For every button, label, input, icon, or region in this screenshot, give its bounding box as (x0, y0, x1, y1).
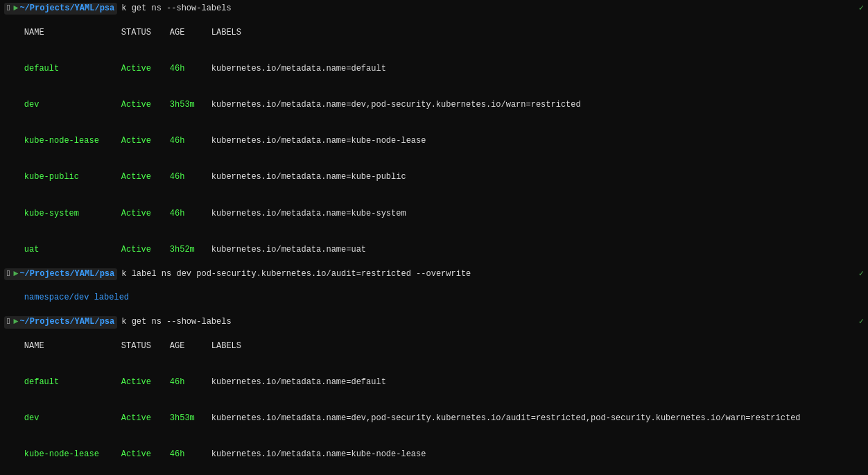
prompt-badge-label:  ► ~/Projects/YAML/psa (4, 268, 117, 280)
terminal:  ► ~/Projects/YAML/psa k get ns --show-… (0, 0, 868, 475)
table2-header: NAMESTATUSAGELABELS (4, 329, 864, 365)
table1-row-3: kube-publicActive46hkubernetes.io/metada… (4, 159, 864, 196)
namespace-labeled: namespace/dev labeled (4, 280, 864, 316)
table1-header: NAMESTATUSAGELABELS (4, 15, 864, 51)
table2-row-2: kube-node-leaseActive46hkubernetes.io/me… (4, 437, 864, 473)
prompt-path-label: ~/Projects/YAML/psa (19, 268, 114, 280)
cmd-2: k get ns --show-labels (121, 316, 231, 328)
apple-icon-2:  (7, 316, 12, 328)
prompt-line-label:  ► ~/Projects/YAML/psa k label ns dev p… (4, 268, 864, 280)
col-status-header: STATUS (121, 27, 170, 39)
col2-labels-header: LABELS (211, 341, 241, 351)
table1-row-1: devActive3h53mkubernetes.io/metadata.nam… (4, 87, 864, 123)
table1-row-5: uatActive3h52mkubernetes.io/metadata.nam… (4, 232, 864, 268)
tick-2: ✓ (859, 316, 864, 328)
arrow-icon-1: ► (13, 3, 18, 15)
cmd-label: k label ns dev pod-security.kubernetes.i… (121, 268, 471, 280)
col2-age-header: AGE (170, 340, 211, 352)
cmd-1: k get ns --show-labels (121, 3, 231, 15)
tick-1: ✓ (859, 3, 864, 15)
col2-status-header: STATUS (121, 340, 170, 352)
prompt-badge-2:  ► ~/Projects/YAML/psa (4, 316, 117, 328)
table1-row-4: kube-systemActive46hkubernetes.io/metada… (4, 196, 864, 232)
table1-row-2: kube-node-leaseActive46hkubernetes.io/me… (4, 123, 864, 159)
col2-name-header: NAME (24, 340, 121, 352)
arrow-icon-label: ► (13, 268, 18, 280)
col-labels-header: LABELS (211, 28, 241, 37)
col-name-header: NAME (24, 27, 121, 39)
arrow-icon-2: ► (13, 316, 18, 328)
prompt-line-1:  ► ~/Projects/YAML/psa k get ns --show-… (4, 3, 864, 15)
table1-row-0: defaultActive46hkubernetes.io/metadata.n… (4, 51, 864, 87)
table2-row-1: devActive3h53mkubernetes.io/metadata.nam… (4, 401, 864, 437)
apple-icon-1:  (7, 3, 12, 15)
table2-row-0: defaultActive46hkubernetes.io/metadata.n… (4, 365, 864, 401)
col-age-header: AGE (170, 27, 211, 39)
apple-icon-label:  (7, 268, 12, 280)
prompt-path-1: ~/Projects/YAML/psa (19, 3, 114, 15)
tick-label: ✓ (859, 268, 864, 280)
prompt-badge-1:  ► ~/Projects/YAML/psa (4, 3, 117, 15)
prompt-line-2:  ► ~/Projects/YAML/psa k get ns --show-… (4, 316, 864, 328)
prompt-path-2: ~/Projects/YAML/psa (19, 316, 114, 328)
